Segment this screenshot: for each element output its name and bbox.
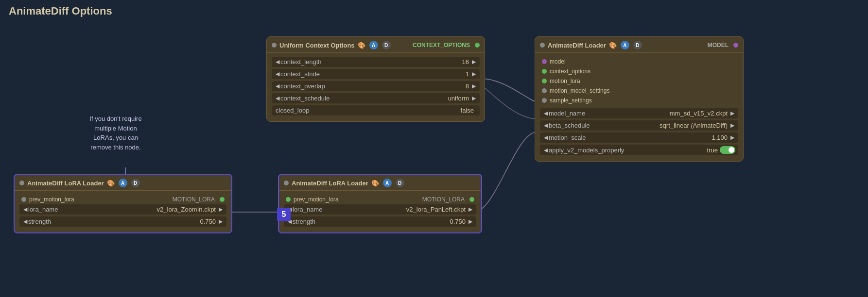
output-conn-dot[interactable] <box>475 43 480 48</box>
input-dot-motion-lora[interactable] <box>542 79 547 83</box>
node-header-uniform-context: Uniform Context Options 🎨 A D CONTEXT_OP… <box>267 37 485 53</box>
toggle-apply-v2[interactable] <box>720 146 735 154</box>
step-badge-5: 5 <box>277 208 291 221</box>
input-dot-lora-left[interactable] <box>21 197 26 202</box>
badge-a-left: A <box>119 179 127 187</box>
arrow-left-beta-schedule[interactable]: ◀ <box>543 122 549 129</box>
node-body-uniform-context: ◀ context_length 16 ▶ ◀ context_stride 1… <box>267 53 485 121</box>
arrow-right-context-schedule[interactable]: ▶ <box>471 95 477 101</box>
badge-d-right: D <box>396 179 404 187</box>
arrow-right-lora-name-left[interactable]: ▶ <box>218 206 224 213</box>
io-context-options: context_options <box>540 66 738 76</box>
arrow-left-strength-left[interactable]: ◀ <box>22 218 28 225</box>
badge-a: A <box>369 41 378 50</box>
ctrl-apply-v2: ◀ apply_v2_models_properly true <box>540 145 738 155</box>
ctrl-context-schedule: ◀ context_schedule uniform ▶ <box>272 93 480 103</box>
ctrl-context-overlap: ◀ context_overlap 8 ▶ <box>272 81 480 91</box>
io-prev-motion-lora-right: prev_motion_lora MOTION_LORA <box>284 195 476 204</box>
arrow-right-model-name[interactable]: ▶ <box>729 110 735 116</box>
ctrl-lora-name-right: ◀ lora_name v2_lora_PanLeft.ckpt ▶ <box>284 204 476 214</box>
arrow-right-motion-scale[interactable]: ▶ <box>729 134 735 141</box>
badge-d: D <box>382 41 391 50</box>
arrow-right-strength-left[interactable]: ▶ <box>218 218 224 225</box>
animatediff-loader-node: AnimateDiff Loader 🎨 A D MODEL model con… <box>535 36 744 162</box>
status-dot <box>272 43 277 48</box>
node-body-lora-right: prev_motion_lora MOTION_LORA ◀ lora_name… <box>279 191 481 232</box>
arrow-left-motion-scale[interactable]: ◀ <box>543 134 549 141</box>
lora-loader-right-node: AnimateDiff LoRA Loader 🎨 A D prev_motio… <box>278 174 482 233</box>
arrow-right-beta-schedule[interactable]: ▶ <box>729 122 735 129</box>
ctrl-closed-loop: closed_loop false <box>272 105 480 116</box>
ctrl-beta-schedule: ◀ beta_schedule sqrt_linear (AnimateDiff… <box>540 120 738 131</box>
io-sample-settings: sample_settings <box>540 96 738 105</box>
ctrl-model-name: ◀ model_name mm_sd_v15_v2.ckpt ▶ <box>540 108 738 118</box>
arrow-right-context-length[interactable]: ▶ <box>471 59 477 65</box>
arrow-right-lora-name-right[interactable]: ▶ <box>468 206 473 213</box>
arrow-left-lora-name-left[interactable]: ◀ <box>22 206 28 213</box>
output-label: CONTEXT_OPTIONS <box>413 42 470 49</box>
arrow-left-context-overlap[interactable]: ◀ <box>275 83 280 89</box>
ctrl-motion-scale: ◀ motion_scale 1.100 ▶ <box>540 132 738 143</box>
arrow-left-context-schedule[interactable]: ◀ <box>275 95 280 101</box>
ctrl-context-length: ◀ context_length 16 ▶ <box>272 57 480 67</box>
status-dot-loader <box>540 43 545 48</box>
ctrl-context-stride: ◀ context_stride 1 ▶ <box>272 69 480 79</box>
input-dot-sample-settings[interactable] <box>542 98 547 103</box>
node-header-lora-right: AnimateDiff LoRA Loader 🎨 A D <box>279 175 481 191</box>
ctrl-strength-left: ◀ strength 0.750 ▶ <box>19 216 226 227</box>
io-prev-motion-lora-left: prev_motion_lora MOTION_LORA <box>19 195 226 204</box>
node-title-lora-left: AnimateDiff LoRA Loader <box>27 180 104 187</box>
io-motion-model-settings: motion_model_settings <box>540 86 738 96</box>
arrow-left-context-stride[interactable]: ◀ <box>275 71 280 77</box>
output-conn-model[interactable] <box>733 43 738 48</box>
annotation-text: If you don't require multiple Motion LoR… <box>72 114 159 152</box>
io-model: model <box>540 57 738 66</box>
input-dot-model[interactable] <box>542 59 547 64</box>
badge-a-loader: A <box>621 41 629 50</box>
input-dot-lora-right[interactable] <box>286 197 291 202</box>
node-header-animatediff-loader: AnimateDiff Loader 🎨 A D MODEL <box>535 37 743 53</box>
node-title: Uniform Context Options <box>279 42 355 49</box>
io-motion-lora: motion_lora <box>540 76 738 86</box>
badge-d-left: D <box>131 179 140 187</box>
page-title: AnimateDiff Options <box>9 5 112 17</box>
arrow-right-strength-right[interactable]: ▶ <box>468 218 473 225</box>
node-title-animatediff-loader: AnimateDiff Loader <box>548 42 606 49</box>
arrow-right-context-stride[interactable]: ▶ <box>471 71 477 77</box>
input-dot-motion-model-settings[interactable] <box>542 88 547 93</box>
ctrl-lora-name-left: ◀ lora_name v2_lora_ZoomIn.ckpt ▶ <box>19 204 226 214</box>
node-header-lora-left: AnimateDiff LoRA Loader 🎨 A D <box>15 175 231 191</box>
uniform-context-options-node: Uniform Context Options 🎨 A D CONTEXT_OP… <box>266 36 485 122</box>
status-dot-left <box>19 181 24 185</box>
node-title-lora-right: AnimateDiff LoRA Loader <box>292 180 368 187</box>
output-dot-lora-left[interactable] <box>220 197 225 202</box>
node-body-lora-left: prev_motion_lora MOTION_LORA ◀ lora_name… <box>15 191 231 232</box>
lora-loader-left-node: AnimateDiff LoRA Loader 🎨 A D prev_motio… <box>14 174 232 233</box>
input-dot-context-options[interactable] <box>542 69 547 74</box>
output-label-loader: MODEL <box>708 42 729 49</box>
arrow-right-context-overlap[interactable]: ▶ <box>471 83 477 89</box>
badge-d-loader: D <box>633 41 642 50</box>
arrow-left-apply-v2[interactable]: ◀ <box>543 147 549 153</box>
badge-a-right: A <box>383 179 392 187</box>
node-body-loader: model context_options motion_lora motion… <box>535 53 743 161</box>
ctrl-strength-right: ◀ strength 0.750 ▶ <box>284 216 476 227</box>
status-dot-right <box>284 181 289 185</box>
arrow-left-model-name[interactable]: ◀ <box>543 110 549 116</box>
arrow-left-context-length[interactable]: ◀ <box>275 59 280 65</box>
output-dot-lora-right[interactable] <box>469 197 474 202</box>
